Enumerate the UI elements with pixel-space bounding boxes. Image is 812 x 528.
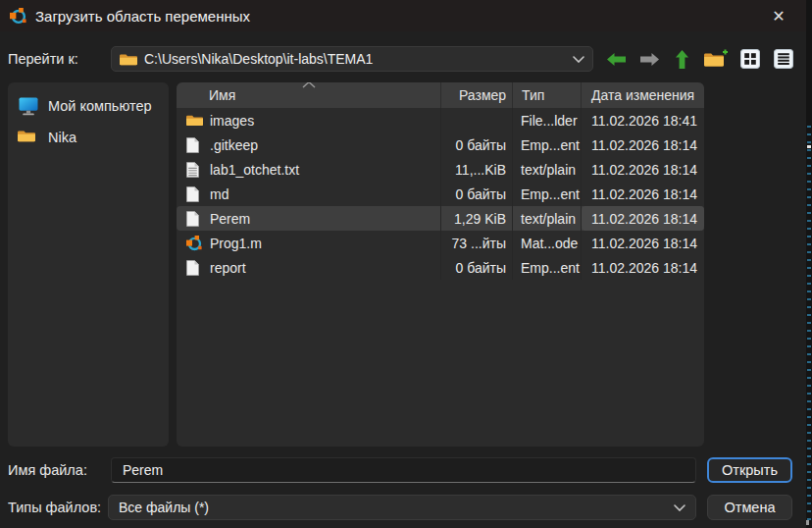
new-folder-icon	[704, 49, 728, 69]
folder-icon	[186, 112, 203, 129]
list-view-icon	[774, 49, 793, 69]
file-icon	[186, 259, 203, 276]
file-size-cell	[441, 108, 513, 132]
current-path: C:\Users\Nika\Desktop\it-labs\ТЕМА1	[144, 51, 573, 67]
file-type-cell: File...lder	[513, 108, 582, 132]
file-size-cell: 11,...KiB	[441, 157, 513, 182]
file-name-cell: report	[177, 255, 441, 280]
file-modified-cell: 11.02.2026 18:14	[582, 231, 704, 255]
column-header-size[interactable]: Размер	[441, 82, 513, 108]
file-type-cell: Mat...ode	[513, 231, 582, 255]
column-header-type[interactable]: Тип	[513, 82, 582, 108]
load-workspace-dialog: Загрузить область переменных ✕ Перейти к…	[0, 0, 806, 528]
file-name: lab1_otchet.txt	[210, 162, 299, 178]
close-button[interactable]: ✕	[767, 5, 790, 26]
text-file-icon	[186, 161, 203, 178]
file-type-cell: Emp...ent	[513, 132, 582, 157]
title-bar[interactable]: Загрузить область переменных ✕	[0, 0, 806, 31]
file-name-cell: images	[177, 108, 441, 132]
chevron-down-icon	[573, 56, 584, 63]
file-size-cell: 0 байты	[441, 255, 513, 280]
screen: Загрузить область переменных ✕ Перейти к…	[0, 0, 812, 528]
file-row[interactable]: imagesFile...lder11.02.2026 18:41	[177, 108, 704, 132]
grid-view-button[interactable]	[737, 47, 763, 71]
filetype-value: Все файлы (*)	[119, 500, 674, 515]
file-row[interactable]: .gitkeep0 байтыEmp...ent11.02.2026 18:14	[177, 132, 704, 157]
file-row[interactable]: md0 байтыEmp...ent11.02.2026 18:14	[177, 182, 704, 206]
file-name-cell: lab1_otchet.txt	[177, 157, 441, 182]
grid-view-icon	[740, 49, 760, 69]
file-name-cell: md	[177, 182, 441, 206]
forward-button[interactable]	[636, 47, 662, 71]
file-row[interactable]: Prog1.m73 ...йтыMat...ode11.02.2026 18:1…	[177, 231, 704, 255]
sidebar-item-label: Мой компьютер	[48, 98, 152, 114]
list-view-button[interactable]	[771, 47, 796, 71]
file-name: Perem	[210, 211, 250, 227]
filename-label: Имя файла:	[8, 457, 87, 483]
file-icon	[186, 185, 203, 202]
file-name: report	[210, 260, 246, 276]
back-arrow-icon	[606, 52, 627, 67]
open-button[interactable]: Открыть	[707, 457, 792, 483]
path-combobox[interactable]: C:\Users\Nika\Desktop\it-labs\ТЕМА1	[111, 46, 593, 72]
file-name: images	[210, 113, 254, 129]
file-name-cell: .gitkeep	[177, 132, 441, 157]
file-icon	[186, 210, 203, 227]
file-size-cell: 73 ...йты	[441, 231, 513, 255]
file-row[interactable]: Perem1,29 KiBtext/plain11.02.2026 18:14	[177, 206, 704, 231]
file-modified-cell: 11.02.2026 18:14	[582, 132, 704, 157]
sidebar-item-computer[interactable]: Мой компьютер	[8, 90, 169, 122]
file-name-cell: Perem	[177, 206, 441, 231]
forward-arrow-icon	[639, 52, 660, 67]
sort-ascending-icon	[302, 82, 316, 88]
file-name: md	[210, 186, 228, 202]
file-modified-cell: 11.02.2026 18:14	[582, 206, 704, 231]
file-size-cell: 1,29 KiB	[441, 206, 513, 231]
goto-label: Перейти к:	[8, 46, 78, 72]
file-modified-cell: 11.02.2026 18:14	[582, 157, 704, 182]
file-rows: imagesFile...lder11.02.2026 18:41.gitkee…	[177, 108, 704, 280]
column-header-date[interactable]: Дата изменения	[582, 82, 704, 108]
file-size-cell: 0 байты	[441, 132, 513, 157]
up-arrow-icon	[675, 49, 689, 70]
file-modified-cell: 11.02.2026 18:41	[582, 108, 704, 132]
places-sidebar: Мой компьютерNika	[8, 82, 169, 447]
filename-input[interactable]	[111, 457, 696, 483]
close-icon: ✕	[772, 7, 785, 26]
file-list-header: Имя Размер Тип Дата изменения	[177, 82, 704, 108]
file-size-cell: 0 байты	[441, 182, 513, 206]
file-name: Prog1.m	[210, 236, 262, 251]
file-modified-cell: 11.02.2026 18:14	[582, 255, 704, 280]
filetype-label: Типы файлов:	[8, 495, 101, 520]
file-type-cell: text/plain	[513, 206, 582, 231]
file-name-cell: Prog1.m	[177, 231, 441, 255]
file-list-panel: Имя Размер Тип Дата изменения imagesFile…	[177, 82, 704, 447]
octave-icon	[186, 235, 203, 251]
folder-icon	[18, 129, 39, 147]
new-folder-button[interactable]	[703, 47, 729, 71]
file-name: .gitkeep	[210, 137, 258, 153]
folder-icon	[120, 52, 137, 67]
file-type-cell: Emp...ent	[513, 255, 582, 280]
file-row[interactable]: report0 байтыEmp...ent11.02.2026 18:14	[177, 255, 704, 280]
computer-icon	[18, 97, 39, 116]
file-row[interactable]: lab1_otchet.txt11,...KiBtext/plain11.02.…	[177, 157, 704, 182]
column-header-name[interactable]: Имя	[177, 82, 441, 108]
sidebar-item-nika[interactable]: Nika	[8, 122, 169, 153]
background-window-edge	[806, 0, 812, 528]
file-type-cell: Emp...ent	[513, 182, 582, 206]
file-modified-cell: 11.02.2026 18:14	[582, 182, 704, 206]
file-icon	[186, 136, 203, 153]
dialog-title: Загрузить область переменных	[35, 8, 250, 25]
file-type-cell: text/plain	[513, 157, 582, 182]
chevron-down-icon	[674, 504, 685, 511]
octave-app-icon	[10, 8, 26, 25]
cancel-button[interactable]: Отмена	[707, 495, 792, 520]
filetype-combobox[interactable]: Все файлы (*)	[108, 495, 696, 520]
back-button[interactable]	[603, 47, 629, 71]
up-button[interactable]	[669, 47, 694, 71]
sidebar-item-label: Nika	[48, 130, 76, 145]
